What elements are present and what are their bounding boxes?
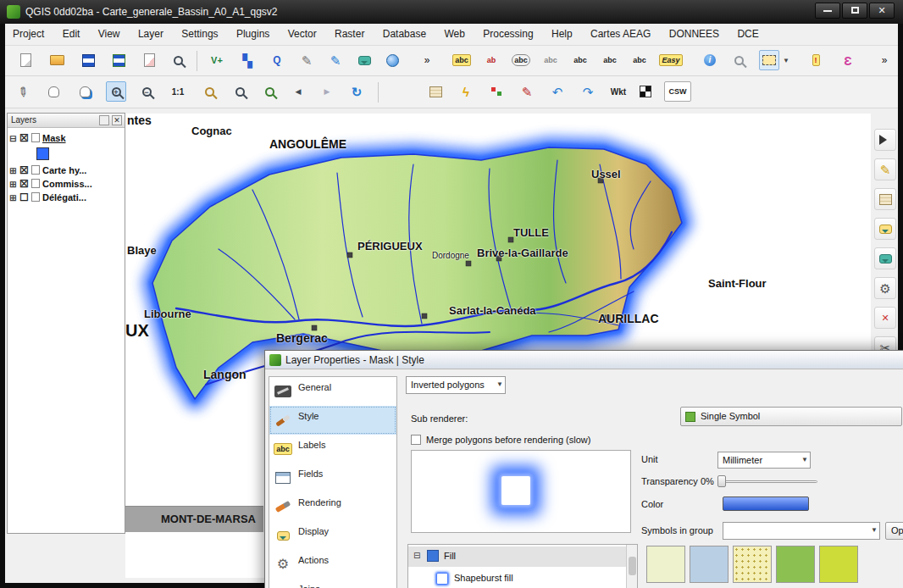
svg-annotation-button[interactable] <box>874 247 896 269</box>
pan-to-selection-button[interactable] <box>75 81 95 102</box>
menu-dce[interactable]: DCE <box>729 24 766 46</box>
menu-cartes-aeag[interactable]: Cartes AEAG <box>583 24 658 46</box>
tree-closed-icon[interactable]: ⊞ <box>9 193 19 202</box>
composer-manager-button[interactable] <box>168 50 188 70</box>
style-swatch-2[interactable] <box>690 546 728 583</box>
layer-row-mask[interactable]: ⊟☒Mask <box>9 132 66 146</box>
refresh-map-button[interactable]: ↻ <box>346 81 367 102</box>
menu-settings[interactable]: Settings <box>174 24 225 46</box>
tab-display[interactable]: Display <box>269 521 396 550</box>
layer-row-commiss[interactable]: ⊞☒Commiss... <box>9 178 92 191</box>
layer-row-carte[interactable]: ⊞☒Carte hy... <box>9 164 86 178</box>
tree-closed-icon[interactable]: ⊞ <box>9 166 19 175</box>
layer-checkbox[interactable]: ☒ <box>19 132 31 144</box>
touch-zoom-button[interactable]: ✎ <box>13 81 33 102</box>
tab-rendering[interactable]: Rendering <box>269 492 396 521</box>
tab-labels[interactable]: abcLabels <box>269 435 396 463</box>
zoom-last-button[interactable]: ◀ <box>288 81 308 102</box>
label-highlight-button[interactable]: abc <box>511 50 531 70</box>
statistics-button[interactable]: Ɛ <box>838 50 858 70</box>
tab-general[interactable]: General <box>269 377 396 406</box>
field-calculator-button[interactable]: ϟ <box>456 81 476 102</box>
tree-row-fill[interactable]: ⊟ Fill <box>408 546 626 567</box>
undock-panel-button[interactable] <box>99 115 109 125</box>
redo-button[interactable]: ↷ <box>578 81 598 102</box>
save-project-as-button[interactable] <box>108 50 129 70</box>
select-features-dropdown[interactable]: ▼ <box>780 50 792 70</box>
tree-open-icon[interactable]: ⊟ <box>9 134 19 143</box>
menu-donnees[interactable]: DONNEES <box>662 24 727 46</box>
open-project-button[interactable] <box>47 50 67 70</box>
open-library-button[interactable]: Ope <box>885 522 903 540</box>
undo-button[interactable]: ↶ <box>547 81 568 102</box>
layer-checkbox[interactable]: ☒ <box>19 164 31 176</box>
remove-annotation-button[interactable]: ✕ <box>874 307 896 329</box>
zoom-next-button[interactable]: ▶ <box>317 81 337 102</box>
attribute-table-button[interactable] <box>425 81 446 102</box>
attributes-toolbar-overflow-button[interactable]: » <box>878 50 891 70</box>
menu-edit[interactable]: Edit <box>55 24 88 46</box>
layer-toolbar-overflow-button[interactable]: » <box>420 50 434 70</box>
slider-handle[interactable] <box>717 475 726 487</box>
menu-web[interactable]: Web <box>436 24 472 46</box>
menu-processing[interactable]: Processing <box>475 24 540 46</box>
title-bar[interactable]: QGIS 0dd02ba - Carte_generale_Bassin_A0_… <box>0 0 903 24</box>
add-wms-layer-button[interactable] <box>354 50 374 70</box>
zoom-to-selection-button[interactable] <box>259 81 280 102</box>
layer-checkbox[interactable]: ☐ <box>19 191 31 203</box>
menu-vector[interactable]: Vector <box>280 24 324 46</box>
layer-checkbox[interactable]: ☒ <box>19 178 31 190</box>
zoom-native-button[interactable]: 1:1 <box>168 81 188 102</box>
bw-composition-button[interactable] <box>635 81 656 102</box>
layer-label[interactable]: Délégati... <box>42 192 86 202</box>
new-database-layer-button[interactable]: Q <box>267 50 287 70</box>
tree-closed-icon[interactable]: ⊞ <box>9 180 19 189</box>
add-delimited-text-button[interactable]: ✎ <box>325 50 346 70</box>
menu-plugins[interactable]: Plugins <box>229 24 277 46</box>
label-change-button[interactable]: abc <box>629 50 650 70</box>
select-features-button[interactable] <box>759 50 779 70</box>
raster-calculator-button[interactable] <box>486 81 507 102</box>
layer-label[interactable]: Carte hy... <box>42 165 86 175</box>
easy-print-button[interactable]: Easy <box>659 50 683 70</box>
zoom-search-button[interactable] <box>728 50 749 70</box>
label-rotate-button[interactable]: abc <box>600 50 620 70</box>
renderer-type-select[interactable]: Inverted polygons ▼ <box>406 376 506 394</box>
transparency-slider[interactable] <box>717 474 817 488</box>
style-swatch-1[interactable] <box>646 546 685 583</box>
menu-database[interactable]: Database <box>375 24 434 46</box>
add-web-layer-button[interactable] <box>382 50 402 70</box>
menu-raster[interactable]: Raster <box>327 24 372 46</box>
menu-project[interactable]: Project <box>5 24 52 46</box>
identify-features-button[interactable]: i <box>700 50 720 70</box>
minimize-button[interactable] <box>815 3 840 19</box>
checkbox-box[interactable] <box>411 435 421 445</box>
tree-open-icon[interactable]: ⊟ <box>413 551 420 560</box>
new-raster-layer-button[interactable]: ▚ <box>237 50 258 70</box>
label-move-button[interactable]: abc <box>570 50 590 70</box>
label-show-hide-button[interactable]: abc <box>540 50 561 70</box>
tab-actions[interactable]: ⚙Actions <box>269 550 396 579</box>
maximize-button[interactable] <box>842 3 867 19</box>
close-button[interactable]: ✕ <box>869 3 895 19</box>
style-swatch-4[interactable] <box>776 546 815 583</box>
tree-scrollbar[interactable] <box>626 545 637 588</box>
symbols-group-select[interactable]: ▼ <box>723 522 880 540</box>
tab-fields[interactable]: Fields <box>269 463 396 492</box>
wkt-tool-button[interactable]: Wkt <box>608 81 629 102</box>
layer-label[interactable]: Commiss... <box>42 179 92 189</box>
zoom-full-button[interactable] <box>199 81 219 102</box>
crosshair-tool-button[interactable]: ⚙ <box>874 277 896 299</box>
tree-row-shapeburst[interactable]: Shapeburst fill <box>408 569 626 588</box>
text-annotation-button[interactable]: ✎ <box>874 158 896 180</box>
label-pin-button[interactable]: ab <box>481 50 501 70</box>
scrollbar-thumb[interactable] <box>629 557 636 575</box>
new-project-button[interactable] <box>15 50 36 70</box>
zoom-to-layer-button[interactable] <box>230 81 250 102</box>
log-messages-button[interactable]: ! <box>806 50 826 70</box>
layer-row-delegati[interactable]: ⊞☐Délégati... <box>9 191 86 205</box>
unit-select[interactable]: Millimeter ▼ <box>717 452 811 469</box>
menu-layer[interactable]: Layer <box>130 24 171 46</box>
style-swatch-5[interactable] <box>819 546 858 583</box>
layer-label[interactable]: Mask <box>42 133 66 143</box>
